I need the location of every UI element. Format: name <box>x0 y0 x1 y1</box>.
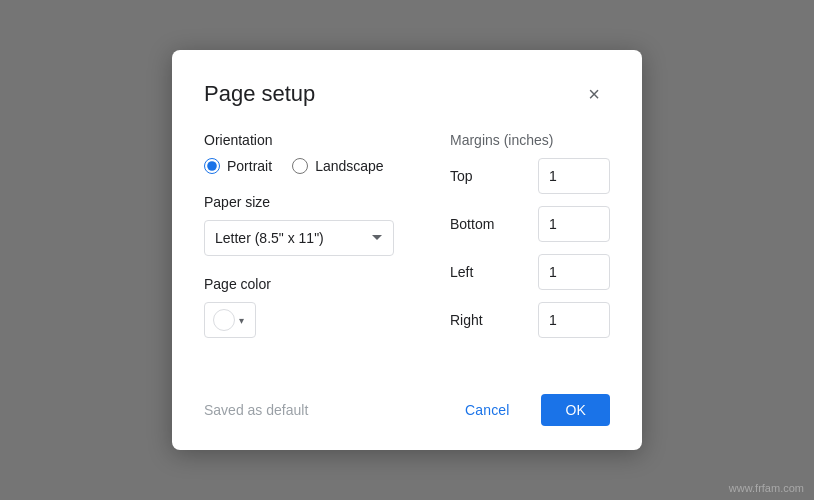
right-label: Right <box>450 312 500 328</box>
margins-title: Margins <box>450 132 500 148</box>
landscape-label: Landscape <box>315 158 384 174</box>
portrait-label: Portrait <box>227 158 272 174</box>
top-label: Top <box>450 168 500 184</box>
dialog-footer: Saved as default Cancel OK <box>204 378 610 426</box>
paper-size-select[interactable]: Letter (8.5" x 11") A4 Legal <box>204 220 394 256</box>
page-color-label: Page color <box>204 276 426 292</box>
portrait-radio-label[interactable]: Portrait <box>204 158 272 174</box>
landscape-radio[interactable] <box>292 158 308 174</box>
paper-size-section: Paper size Letter (8.5" x 11") A4 Legal <box>204 194 426 256</box>
bottom-margin-row: Bottom <box>450 206 610 242</box>
orientation-label: Orientation <box>204 132 426 148</box>
margins-unit: (inches) <box>504 132 554 148</box>
dialog-body: Orientation Portrait Landscape Paper siz… <box>204 132 610 350</box>
left-section: Orientation Portrait Landscape Paper siz… <box>204 132 426 350</box>
left-input[interactable] <box>538 254 610 290</box>
left-label: Left <box>450 264 500 280</box>
color-dropdown-arrow-icon: ▾ <box>239 315 244 326</box>
color-circle <box>213 309 235 331</box>
close-button[interactable]: × <box>578 78 610 110</box>
page-setup-dialog: Page setup × Orientation Portrait Landsc… <box>172 50 642 450</box>
ok-button[interactable]: OK <box>541 394 610 426</box>
dialog-header: Page setup × <box>204 78 610 110</box>
top-margin-row: Top <box>450 158 610 194</box>
page-color-button[interactable]: ▾ <box>204 302 256 338</box>
right-input[interactable] <box>538 302 610 338</box>
watermark: www.frfam.com <box>729 482 804 494</box>
saved-as-default-text: Saved as default <box>204 402 308 418</box>
orientation-group: Portrait Landscape <box>204 158 426 174</box>
paper-size-label: Paper size <box>204 194 426 210</box>
top-input[interactable] <box>538 158 610 194</box>
landscape-radio-label[interactable]: Landscape <box>292 158 384 174</box>
page-color-section: Page color ▾ <box>204 276 426 338</box>
right-section: Margins (inches) Top Bottom Left Right <box>450 132 610 350</box>
margins-label: Margins (inches) <box>450 132 610 148</box>
cancel-button[interactable]: Cancel <box>445 394 529 426</box>
bottom-input[interactable] <box>538 206 610 242</box>
dialog-title: Page setup <box>204 81 315 107</box>
portrait-radio[interactable] <box>204 158 220 174</box>
dialog-overlay: Page setup × Orientation Portrait Landsc… <box>0 0 814 500</box>
bottom-label: Bottom <box>450 216 500 232</box>
left-margin-row: Left <box>450 254 610 290</box>
right-margin-row: Right <box>450 302 610 338</box>
